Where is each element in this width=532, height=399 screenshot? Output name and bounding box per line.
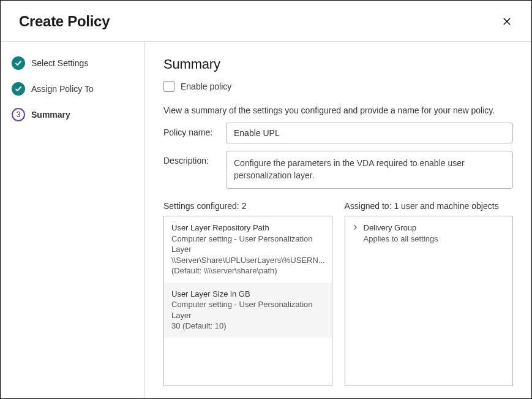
settings-column: Settings configured: 2 User Layer Reposi… <box>163 201 332 386</box>
policy-name-input[interactable] <box>226 123 513 143</box>
setting-item[interactable]: User Layer Repository Path Computer sett… <box>164 216 332 283</box>
assigned-item[interactable]: Delivery Group Applies to all settings <box>345 216 513 250</box>
step-summary[interactable]: 3 Summary <box>12 108 137 121</box>
step-label: Summary <box>31 110 70 120</box>
main-content: Summary Enable policy View a summary of … <box>145 42 531 398</box>
assigned-title: Delivery Group <box>364 222 438 234</box>
step-select-settings[interactable]: Select Settings <box>12 56 137 70</box>
assigned-heading: Assigned to: 1 user and machine objects <box>345 201 514 211</box>
step-label: Select Settings <box>31 58 88 68</box>
setting-default: (Default: \\\\server\share\path) <box>171 265 324 276</box>
assigned-sub: Applies to all settings <box>364 234 438 245</box>
wizard-sidebar: Select Settings Assign Policy To 3 Summa… <box>1 42 145 398</box>
close-button[interactable] <box>501 15 513 28</box>
policy-name-label: Policy name: <box>163 123 220 137</box>
check-icon <box>12 82 25 96</box>
window-title: Create Policy <box>19 13 110 30</box>
setting-category: Computer setting - User Personalization … <box>171 234 324 255</box>
settings-panel: User Layer Repository Path Computer sett… <box>163 216 332 386</box>
step-label: Assign Policy To <box>31 84 94 94</box>
step-number-icon: 3 <box>12 108 25 121</box>
window-body: Select Settings Assign Policy To 3 Summa… <box>1 42 531 398</box>
setting-value: 30 (Default: 10) <box>171 321 324 332</box>
create-policy-window: Create Policy Select Settings <box>0 0 532 399</box>
setting-value: \\Server\Share\UPLUserLayers\%USERN... <box>171 255 324 266</box>
settings-heading: Settings configured: 2 <box>163 201 332 211</box>
summary-panels: Settings configured: 2 User Layer Reposi… <box>163 201 513 386</box>
close-icon <box>501 16 512 27</box>
enable-policy-row: Enable policy <box>163 81 513 92</box>
description-label: Description: <box>163 151 220 165</box>
assigned-column: Assigned to: 1 user and machine objects … <box>345 201 514 386</box>
enable-policy-label: Enable policy <box>181 82 231 91</box>
setting-item[interactable]: User Layer Size in GB Computer setting -… <box>164 283 332 338</box>
page-heading: Summary <box>163 56 513 72</box>
setting-category: Computer setting - User Personalization … <box>171 299 324 321</box>
enable-policy-checkbox[interactable] <box>163 81 174 92</box>
step-assign-policy-to[interactable]: Assign Policy To <box>12 82 137 96</box>
window-header: Create Policy <box>1 1 531 42</box>
check-icon <box>12 56 25 70</box>
chevron-right-icon[interactable] <box>351 224 359 231</box>
description-input[interactable] <box>226 151 513 189</box>
setting-title: User Layer Size in GB <box>171 289 324 300</box>
assigned-panel: Delivery Group Applies to all settings <box>345 216 514 386</box>
form: Policy name: Description: <box>163 123 513 189</box>
setting-title: User Layer Repository Path <box>171 222 324 234</box>
summary-hint: View a summary of the settings you confi… <box>163 105 513 115</box>
